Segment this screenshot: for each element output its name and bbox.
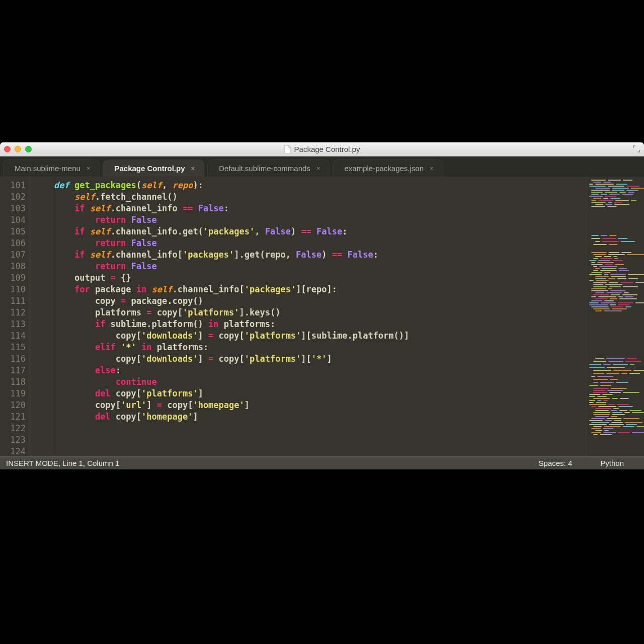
- close-icon[interactable]: ×: [430, 165, 434, 172]
- tab-example-packages-json[interactable]: example-packages.json×: [333, 159, 443, 177]
- indent-guide: [31, 177, 54, 456]
- tab-label: Default.sublime-commands: [219, 164, 310, 173]
- document-icon: [284, 145, 291, 153]
- close-icon[interactable]: ×: [191, 165, 195, 172]
- tab-label: example-packages.json: [344, 164, 424, 173]
- window-zoom-button[interactable]: [25, 146, 32, 152]
- window-titlebar: Package Control.py: [0, 142, 644, 156]
- editor-area[interactable]: 1011021031041051061071081091101111121131…: [0, 177, 644, 456]
- expand-icon[interactable]: [633, 145, 640, 154]
- window-minimize-button[interactable]: [15, 146, 21, 152]
- window-close-button[interactable]: [4, 146, 11, 152]
- tab-label: Main.sublime-menu: [15, 164, 80, 173]
- window-title: Package Control.py: [294, 145, 360, 153]
- code-content[interactable]: def get_packages(self, repo): self.fetch…: [54, 177, 586, 456]
- tab-package-control-py[interactable]: Package Control.py×: [103, 159, 204, 177]
- line-number-gutter: 1011021031041051061071081091101111121131…: [0, 177, 31, 456]
- minimap[interactable]: [586, 177, 644, 456]
- tab-default-sublime-commands[interactable]: Default.sublime-commands×: [207, 159, 330, 177]
- status-language[interactable]: Python: [586, 459, 638, 467]
- close-icon[interactable]: ×: [87, 165, 91, 172]
- status-mode-position[interactable]: INSERT MODE, Line 1, Column 1: [6, 459, 119, 467]
- close-icon[interactable]: ×: [316, 165, 320, 172]
- tab-main-sublime-menu[interactable]: Main.sublime-menu×: [3, 159, 100, 177]
- tab-bar: Main.sublime-menu×Package Control.py×Def…: [0, 156, 644, 177]
- status-bar: INSERT MODE, Line 1, Column 1 Spaces: 4 …: [0, 456, 644, 469]
- tab-label: Package Control.py: [114, 164, 185, 173]
- status-indent[interactable]: Spaces: 4: [525, 459, 587, 467]
